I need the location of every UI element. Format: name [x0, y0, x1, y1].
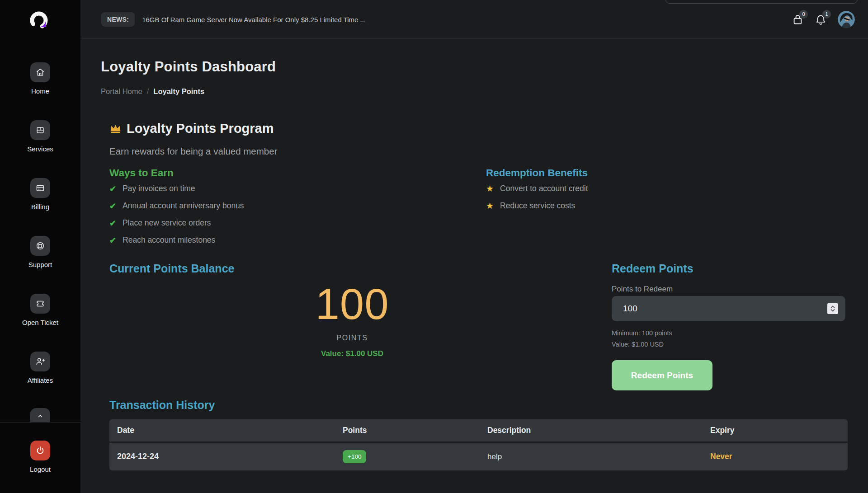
redeem-minimum-text: Minimum: 100 points	[612, 329, 672, 337]
user-avatar[interactable]	[838, 11, 855, 28]
program-header: Loyalty Points Program	[109, 121, 274, 136]
star-icon: ★	[486, 202, 494, 210]
redeem-value-text: Value: $1.00 USD	[612, 341, 664, 348]
ways-to-earn-list: ✔Pay invoices on time ✔Annual account an…	[109, 184, 244, 253]
list-item: ★Reduce service costs	[486, 202, 588, 210]
stepper-arrows-icon	[830, 305, 835, 312]
balance-block: 100 POINTS Value: $1.00 USD	[262, 282, 443, 358]
news-text[interactable]: 16GB Of Ram Game Server Now Available Fo…	[142, 16, 366, 23]
credit-card-icon	[35, 183, 45, 193]
crown-icon	[109, 123, 122, 134]
brand-logo-icon[interactable]	[28, 10, 51, 33]
check-icon: ✔	[109, 219, 116, 227]
breadcrumb-current: Loyalty Points	[153, 87, 204, 96]
sidebar-item-label: Billing	[0, 203, 80, 211]
redeem-input-wrap	[612, 296, 845, 321]
user-plus-icon	[35, 357, 45, 366]
notifications-button[interactable]: 1	[815, 14, 827, 26]
power-icon	[35, 446, 45, 455]
transaction-date: 2024-12-24	[117, 452, 343, 461]
transaction-history-title: Transaction History	[109, 399, 215, 412]
points-to-redeem-label: Points to Redeem	[612, 285, 673, 294]
redemption-benefits-list: ★Convert to account credit ★Reduce servi…	[486, 184, 588, 219]
points-to-redeem-input[interactable]	[612, 296, 845, 321]
sidebar-item-services[interactable]: Services	[0, 120, 80, 153]
program-subtitle: Earn rewards for being a valued member	[109, 146, 277, 157]
sidebar-item-billing[interactable]: Billing	[0, 178, 80, 211]
sidebar: Home Services Billing Support Open Ticke…	[0, 0, 80, 493]
check-icon: ✔	[109, 185, 116, 193]
column-header-expiry: Expiry	[710, 426, 848, 435]
page-title: Loyalty Points Dashboard	[101, 59, 276, 75]
transaction-table: Date Points Description Expiry 2024-12-2…	[109, 419, 848, 470]
points-label: POINTS	[262, 334, 443, 342]
check-icon: ✔	[109, 236, 116, 244]
table-row: 2024-12-24 +100 help Never	[109, 441, 848, 470]
list-item: ✔Reach account milestones	[109, 236, 244, 244]
column-header-points: Points	[343, 426, 487, 435]
cart-count-badge: 0	[799, 10, 808, 19]
column-header-date: Date	[117, 426, 343, 435]
sidebar-item-label: Services	[0, 145, 80, 153]
sidebar-scroll-more[interactable]	[30, 408, 50, 422]
news-badge: NEWS:	[101, 12, 135, 27]
list-item: ★Convert to account credit	[486, 184, 588, 193]
topbar-actions: 0 1	[792, 0, 855, 39]
ticket-icon	[35, 299, 45, 309]
list-item: ✔Place new service orders	[109, 219, 244, 227]
cart-button[interactable]: 0	[792, 14, 804, 26]
balance-title: Current Points Balance	[109, 262, 234, 275]
table-header-row: Date Points Description Expiry	[109, 419, 848, 441]
sidebar-item-support[interactable]: Support	[0, 236, 80, 268]
number-stepper[interactable]	[827, 303, 838, 314]
breadcrumb: Portal Home / Loyalty Points	[101, 87, 204, 96]
top-bar: NEWS: 16GB Of Ram Game Server Now Availa…	[80, 0, 868, 39]
sidebar-item-home[interactable]: Home	[0, 62, 80, 95]
sidebar-item-affiliates[interactable]: Affiliates	[0, 352, 80, 384]
redeem-title: Redeem Points	[612, 262, 693, 275]
sidebar-item-open-ticket[interactable]: Open Ticket	[0, 294, 80, 326]
points-usd-value: Value: $1.00 USD	[262, 349, 443, 358]
breadcrumb-separator: /	[147, 87, 149, 96]
sidebar-item-label: Support	[0, 261, 80, 268]
program-title: Loyalty Points Program	[127, 121, 274, 136]
sidebar-item-label: Logout	[0, 465, 80, 473]
breadcrumb-home-link[interactable]: Portal Home	[101, 87, 142, 96]
avatar-image	[838, 11, 855, 28]
check-icon: ✔	[109, 202, 116, 210]
chevron-up-icon	[36, 411, 45, 420]
sidebar-item-label: Open Ticket	[0, 319, 80, 326]
news-ticker: NEWS: 16GB Of Ram Game Server Now Availa…	[101, 0, 366, 39]
list-item: ✔Pay invoices on time	[109, 184, 244, 193]
ways-to-earn-title: Ways to Earn	[109, 167, 174, 179]
redeem-points-button[interactable]: Redeem Points	[612, 360, 712, 390]
column-header-description: Description	[487, 426, 710, 435]
points-balance-value: 100	[262, 282, 443, 326]
points-badge: +100	[343, 450, 366, 463]
list-item: ✔Annual account anniversary bonus	[109, 202, 244, 210]
sidebar-item-label: Affiliates	[0, 376, 80, 384]
notifications-count-badge: 1	[822, 10, 831, 19]
transaction-expiry: Never	[710, 452, 848, 461]
sidebar-divider	[0, 422, 80, 423]
redemption-benefits-title: Redemption Benefits	[486, 167, 588, 179]
sidebar-item-logout[interactable]: Logout	[0, 441, 80, 473]
transaction-description: help	[487, 452, 710, 461]
main-content: Loyalty Points Dashboard Portal Home / L…	[80, 39, 868, 493]
home-icon	[35, 67, 45, 77]
sidebar-item-label: Home	[0, 87, 80, 95]
box-icon	[35, 125, 45, 135]
life-buoy-icon	[35, 241, 45, 251]
star-icon: ★	[486, 184, 494, 193]
